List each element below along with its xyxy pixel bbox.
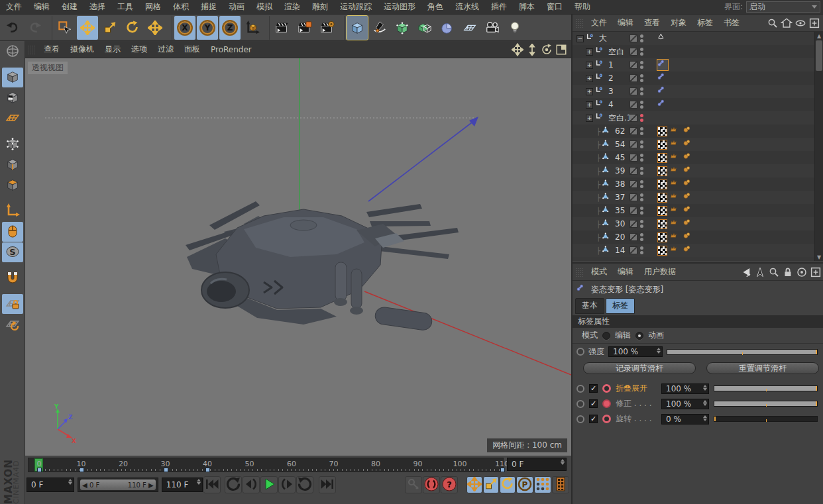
object-row-14[interactable]: ├14 bbox=[573, 244, 823, 257]
keyframe-help-button[interactable]: ? bbox=[441, 476, 458, 493]
menu-item-运动图形[interactable]: 运动图形 bbox=[378, 1, 421, 13]
view-dolly-tool[interactable] bbox=[526, 44, 538, 56]
magnet-snap-button[interactable] bbox=[2, 268, 23, 288]
visibility-dots[interactable] bbox=[640, 87, 643, 95]
panel-grip[interactable] bbox=[28, 45, 36, 54]
undo-button[interactable] bbox=[2, 16, 23, 40]
end-frame-field[interactable]: 110 F bbox=[162, 478, 203, 492]
texture-tag-icon[interactable] bbox=[657, 126, 667, 136]
panel-grip[interactable] bbox=[575, 268, 583, 277]
om-menu-标签[interactable]: 标签 bbox=[692, 17, 718, 28]
object-row-大[interactable]: −0大 bbox=[573, 32, 823, 45]
object-row-1[interactable]: +01 bbox=[573, 58, 823, 72]
goto-end-button[interactable] bbox=[319, 476, 336, 493]
expander-icon[interactable]: + bbox=[586, 115, 593, 122]
layer-icon[interactable] bbox=[630, 48, 637, 56]
object-row-39[interactable]: ├39 bbox=[573, 164, 823, 177]
interface-select[interactable]: 启动 bbox=[746, 1, 820, 13]
search-icon[interactable] bbox=[767, 17, 779, 29]
view-label[interactable]: 透视视图 bbox=[28, 62, 68, 74]
phong-tag-icon[interactable] bbox=[683, 139, 694, 150]
viewport-menu-摄像机[interactable]: 摄像机 bbox=[65, 44, 99, 55]
visibility-dots[interactable] bbox=[640, 127, 643, 135]
morph-checkbox[interactable]: ✓ bbox=[589, 384, 598, 393]
live-selection-tool[interactable] bbox=[54, 16, 76, 40]
weight-tag-icon[interactable] bbox=[670, 219, 681, 229]
stepper-icon[interactable] bbox=[703, 415, 707, 421]
layer-icon[interactable] bbox=[630, 154, 637, 162]
morph-slider[interactable] bbox=[714, 401, 818, 407]
keyframe-marker-40[interactable] bbox=[205, 468, 210, 472]
weight-tag-icon[interactable] bbox=[670, 192, 681, 203]
view-pan-tool[interactable] bbox=[512, 44, 523, 56]
play-backward-button[interactable] bbox=[225, 476, 242, 493]
add-panel-icon[interactable] bbox=[810, 266, 822, 278]
menu-item-窗口[interactable]: 窗口 bbox=[541, 1, 569, 13]
play-button[interactable] bbox=[260, 476, 278, 493]
visibility-dots[interactable] bbox=[640, 180, 643, 188]
menu-item-文件[interactable]: 文件 bbox=[0, 1, 28, 13]
menu-item-运动跟踪[interactable]: 运动跟踪 bbox=[334, 1, 378, 13]
layer-icon[interactable] bbox=[630, 140, 637, 148]
keyframe-marker-30[interactable] bbox=[164, 468, 168, 472]
am-menu-用户数据[interactable]: 用户数据 bbox=[639, 266, 681, 277]
texture-tag-icon[interactable] bbox=[657, 140, 667, 150]
menu-item-捕捉[interactable]: 捕捉 bbox=[195, 1, 223, 13]
phong-tag-icon[interactable] bbox=[683, 205, 694, 216]
expander-icon[interactable]: − bbox=[576, 35, 584, 42]
morph-value-field[interactable]: 100 % bbox=[661, 399, 709, 409]
model-mode-button[interactable] bbox=[2, 68, 23, 87]
menu-item-脚本[interactable]: 脚本 bbox=[513, 1, 541, 13]
key-pla-button[interactable] bbox=[534, 476, 551, 493]
workplane-lock-button[interactable] bbox=[2, 294, 23, 314]
render-settings-button[interactable] bbox=[317, 16, 338, 40]
visibility-dots[interactable] bbox=[640, 193, 643, 201]
phong-tag-icon[interactable] bbox=[683, 245, 694, 256]
morph-slider[interactable] bbox=[714, 385, 818, 391]
morph-label[interactable]: 折叠展开 bbox=[616, 383, 657, 394]
search-icon[interactable] bbox=[768, 266, 780, 278]
stepper-icon[interactable] bbox=[703, 385, 707, 391]
layer-icon[interactable] bbox=[630, 74, 637, 82]
menu-item-插件[interactable]: 插件 bbox=[485, 1, 513, 13]
menu-item-创建[interactable]: 创建 bbox=[56, 1, 83, 13]
stepper-icon[interactable] bbox=[561, 459, 565, 465]
object-manager-scrollbar[interactable]: ▲ ▼ bbox=[814, 32, 823, 261]
stepper-icon[interactable] bbox=[657, 348, 661, 354]
weight-tag-icon[interactable] bbox=[670, 152, 681, 163]
visibility-dots[interactable] bbox=[640, 101, 643, 109]
visibility-dots[interactable] bbox=[640, 140, 643, 148]
visibility-dots[interactable] bbox=[640, 246, 643, 254]
layer-icon[interactable] bbox=[630, 233, 637, 241]
deformer-button[interactable] bbox=[414, 16, 435, 40]
keyframe-marker-110[interactable] bbox=[500, 468, 505, 472]
weight-tag-icon[interactable] bbox=[670, 126, 681, 136]
menu-item-选择[interactable]: 选择 bbox=[83, 1, 111, 13]
menu-item-渲染[interactable]: 渲染 bbox=[278, 1, 306, 13]
viewport-menu-面板[interactable]: 面板 bbox=[179, 44, 205, 55]
expander-icon[interactable]: + bbox=[586, 48, 593, 56]
home-icon[interactable] bbox=[781, 17, 793, 29]
expander-icon[interactable]: + bbox=[586, 62, 593, 69]
om-menu-文件[interactable]: 文件 bbox=[586, 17, 612, 28]
y-axis-lock[interactable]: Y bbox=[197, 16, 218, 40]
visibility-dots[interactable] bbox=[640, 34, 643, 42]
menu-item-工具[interactable]: 工具 bbox=[111, 1, 139, 13]
timeline-window-button[interactable] bbox=[552, 476, 569, 493]
x-axis-lock[interactable]: X bbox=[174, 16, 195, 40]
object-row-3[interactable]: +03 bbox=[573, 85, 823, 98]
spline-pen-button[interactable] bbox=[369, 16, 390, 40]
om-menu-编辑[interactable]: 编辑 bbox=[612, 17, 639, 28]
layer-icon[interactable] bbox=[630, 101, 637, 109]
weight-tag-icon[interactable] bbox=[670, 166, 681, 176]
panel-grip[interactable] bbox=[575, 19, 583, 28]
layer-icon[interactable] bbox=[630, 61, 637, 69]
layer-icon[interactable] bbox=[630, 34, 637, 42]
menu-item-流水线[interactable]: 流水线 bbox=[449, 1, 485, 13]
lock-icon[interactable] bbox=[782, 266, 794, 278]
am-menu-编辑[interactable]: 编辑 bbox=[612, 266, 639, 277]
layer-icon[interactable] bbox=[630, 220, 637, 228]
focus-icon[interactable] bbox=[796, 266, 808, 278]
scrollbar-thumb[interactable] bbox=[816, 40, 822, 71]
record-button[interactable] bbox=[423, 476, 440, 493]
